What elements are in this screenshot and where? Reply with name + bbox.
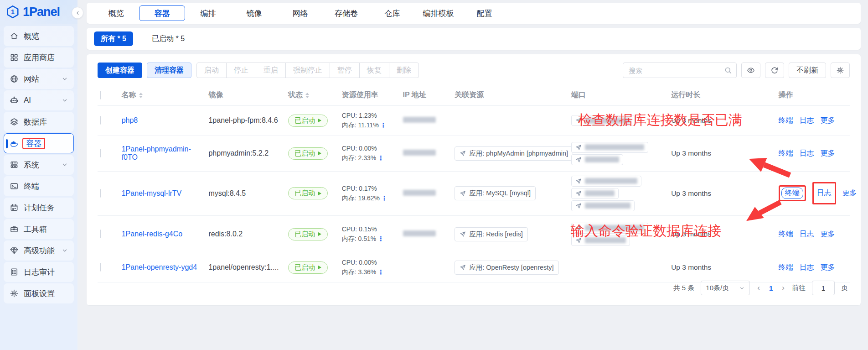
action-link-终端[interactable]: 终端 xyxy=(779,149,793,158)
batch-button-删除[interactable]: 删除 xyxy=(389,63,419,78)
sidebar-item-AI[interactable]: AI xyxy=(4,90,74,110)
search-input[interactable] xyxy=(623,63,737,78)
sidebar-item-工具箱[interactable]: 工具箱 xyxy=(4,219,74,239)
status-badge[interactable]: 已启动 xyxy=(288,187,328,199)
container-name-link[interactable]: 1Panel-mysql-lrTV xyxy=(122,189,182,197)
action-link-日志[interactable]: 日志 xyxy=(800,116,814,125)
container-name-link[interactable]: 1Panel-redis-g4Co xyxy=(122,230,182,238)
tab-编排[interactable]: 编排 xyxy=(185,5,231,21)
tab-镜像[interactable]: 镜像 xyxy=(231,5,277,21)
batch-button-启动[interactable]: 启动 xyxy=(196,63,227,78)
row-checkbox[interactable] xyxy=(100,116,101,125)
container-name-link[interactable]: php8 xyxy=(122,116,138,124)
prune-container-button[interactable]: 清理容器 xyxy=(147,63,191,78)
row-checkbox[interactable] xyxy=(100,149,101,157)
status-badge[interactable]: 已启动 xyxy=(288,115,328,127)
sidebar-collapse-button[interactable] xyxy=(72,7,83,19)
action-link-终端[interactable]: 终端 xyxy=(785,188,800,198)
tab-网络[interactable]: 网络 xyxy=(277,5,323,21)
filter-chip-所有 * 5[interactable]: 所有 * 5 xyxy=(94,31,133,46)
app-link-tag[interactable]: 应用: Redis [redis] xyxy=(455,227,528,241)
sidebar-item-系统[interactable]: 系统 xyxy=(4,155,74,175)
action-link-终端[interactable]: 终端 xyxy=(779,263,793,272)
action-link-日志[interactable]: 日志 xyxy=(817,188,832,198)
create-container-button[interactable]: 创建容器 xyxy=(98,63,142,78)
action-link-更多[interactable]: 更多 xyxy=(821,263,835,272)
ports-cell xyxy=(568,253,668,282)
port-mapping-pill[interactable] xyxy=(571,223,648,234)
status-badge[interactable]: 已启动 xyxy=(288,147,328,160)
more-metrics-icon[interactable]: ⋮ xyxy=(381,194,388,202)
row-checkbox[interactable] xyxy=(100,263,101,272)
port-mapping-pill[interactable] xyxy=(571,200,635,211)
action-link-日志[interactable]: 日志 xyxy=(800,149,814,158)
port-mapping-pill[interactable] xyxy=(571,115,635,126)
batch-button-暂停[interactable]: 暂停 xyxy=(330,63,360,78)
column-visibility-button[interactable] xyxy=(741,63,760,78)
sidebar-item-网站[interactable]: 网站 xyxy=(4,69,74,89)
sidebar-item-数据库[interactable]: 数据库 xyxy=(4,112,74,132)
sort-caret-icon[interactable] xyxy=(139,93,143,98)
sidebar-item-应用商店[interactable]: 应用商店 xyxy=(4,47,74,68)
action-link-日志[interactable]: 日志 xyxy=(800,263,814,272)
action-link-终端[interactable]: 终端 xyxy=(779,116,793,125)
status-badge[interactable]: 已启动 xyxy=(288,261,328,274)
batch-button-恢复[interactable]: 恢复 xyxy=(359,63,389,78)
tab-概览[interactable]: 概览 xyxy=(93,5,139,21)
sidebar-item-终端[interactable]: 终端 xyxy=(4,176,74,196)
sidebar-item-概览[interactable]: 概览 xyxy=(4,26,74,46)
port-mapping-pill[interactable] xyxy=(571,188,619,199)
app-link-tag[interactable]: 应用: OpenResty [openresty] xyxy=(455,261,558,275)
status-badge[interactable]: 已启动 xyxy=(288,228,328,240)
container-name-link[interactable]: 1Panel-openresty-ygd4 xyxy=(122,263,197,271)
sort-caret-icon[interactable] xyxy=(305,93,309,98)
select-all-checkbox[interactable] xyxy=(100,91,101,99)
table-settings-button[interactable] xyxy=(831,63,850,78)
batch-button-重启[interactable]: 重启 xyxy=(256,63,286,78)
goto-page-input[interactable] xyxy=(812,281,835,295)
page-size-select[interactable]: 10条/页 xyxy=(701,281,750,295)
auto-refresh-select[interactable]: 不刷新 xyxy=(789,63,826,78)
batch-button-停止[interactable]: 停止 xyxy=(226,63,256,78)
port-mapping-pill[interactable] xyxy=(571,142,648,153)
tab-配置[interactable]: 配置 xyxy=(461,5,507,21)
robot-icon xyxy=(10,96,19,105)
sidebar-item-面板设置[interactable]: 面板设置 xyxy=(4,283,74,303)
tab-仓库[interactable]: 仓库 xyxy=(369,5,415,21)
action-link-更多[interactable]: 更多 xyxy=(821,230,835,239)
port-mapping-pill[interactable] xyxy=(571,154,623,165)
action-link-日志[interactable]: 日志 xyxy=(800,230,814,239)
more-metrics-icon[interactable]: ⋮ xyxy=(380,121,387,129)
next-page-button[interactable]: › xyxy=(781,283,785,293)
current-page[interactable]: 1 xyxy=(767,284,775,292)
more-metrics-icon[interactable]: ⋮ xyxy=(377,268,384,276)
action-link-更多[interactable]: 更多 xyxy=(842,188,857,198)
refresh-button[interactable] xyxy=(765,63,784,78)
sidebar-item-高级功能[interactable]: 高级功能 xyxy=(4,240,74,261)
port-mapping-pill[interactable] xyxy=(571,235,630,246)
filter-chip-已启动 * 5[interactable]: 已启动 * 5 xyxy=(145,31,191,46)
sidebar-item-日志审计[interactable]: 日志审计 xyxy=(4,262,74,282)
app-link-tag[interactable]: 应用: phpMyAdmin [phpmyadmin] xyxy=(455,146,573,161)
port-mapping-pill[interactable] xyxy=(571,176,641,187)
action-link-更多[interactable]: 更多 xyxy=(821,149,835,158)
sidebar-item-计划任务[interactable]: 计划任务 xyxy=(4,198,74,218)
row-checkbox[interactable] xyxy=(100,189,101,198)
more-metrics-icon[interactable]: ⋮ xyxy=(377,235,384,242)
uptime-cell: Up 3 months xyxy=(668,105,775,136)
row-checkbox[interactable] xyxy=(100,230,101,238)
sidebar-item-容器[interactable]: 容器 xyxy=(4,133,74,153)
prev-page-button[interactable]: ‹ xyxy=(756,283,761,293)
page-unit-label: 页 xyxy=(841,284,848,293)
action-link-终端[interactable]: 终端 xyxy=(779,230,793,239)
container-table: 名称镜像状态资源使用率IP 地址关联资源端口运行时长操作 php81panel-… xyxy=(98,85,850,282)
tab-编排模板[interactable]: 编排模板 xyxy=(415,5,461,21)
batch-button-强制停止[interactable]: 强制停止 xyxy=(285,63,330,78)
gear-icon xyxy=(10,289,19,298)
tab-存储卷[interactable]: 存储卷 xyxy=(323,5,369,21)
app-link-tag[interactable]: 应用: MySQL [mysql] xyxy=(455,186,536,200)
action-link-更多[interactable]: 更多 xyxy=(821,116,835,125)
tab-容器[interactable]: 容器 xyxy=(139,5,185,21)
more-metrics-icon[interactable]: ⋮ xyxy=(377,154,384,162)
container-name-link[interactable]: 1Panel-phpmyadmin-f0TO xyxy=(122,145,191,161)
